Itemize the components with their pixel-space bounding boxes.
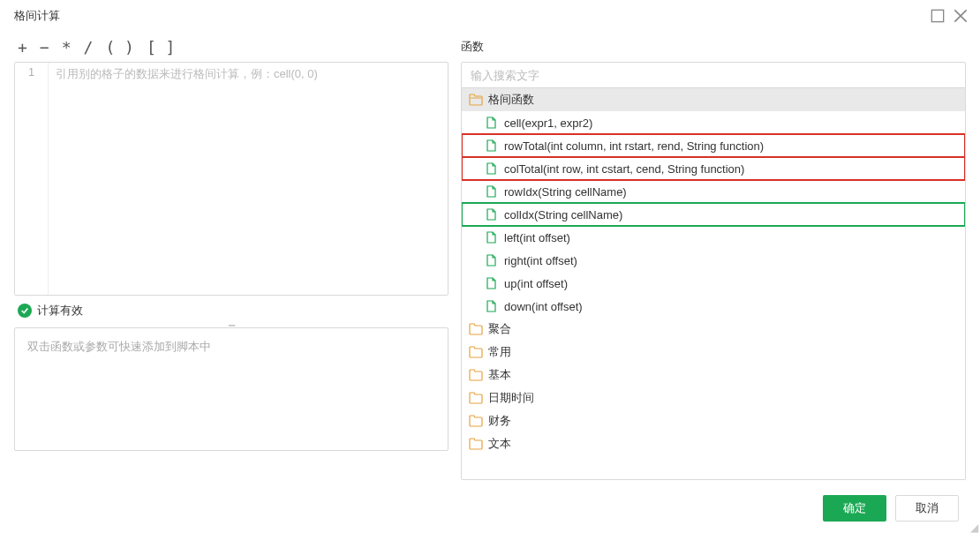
- op-bracket[interactable]: [ ]: [147, 38, 176, 56]
- tree-label: 文本: [488, 436, 511, 452]
- folder-icon: [469, 415, 483, 427]
- functions-title: 函数: [461, 32, 966, 62]
- cancel-button[interactable]: 取消: [895, 495, 959, 522]
- left-column: + − * / ( ) [ ] 1 引用别的格子的数据来进行格间计算，例：cel…: [14, 32, 449, 480]
- operator-toolbar: + − * / ( ) [ ]: [14, 32, 449, 62]
- tree-folder[interactable]: 常用: [462, 341, 965, 364]
- file-icon: [485, 300, 499, 312]
- tree-folder[interactable]: 格间函数: [462, 88, 965, 111]
- folder-icon: [469, 369, 483, 381]
- tree-label: cell(expr1, expr2): [504, 116, 592, 130]
- tree-item[interactable]: cell(expr1, expr2): [462, 111, 965, 134]
- tree-label: left(int offset): [504, 231, 570, 244]
- check-icon: [18, 304, 32, 318]
- ok-button[interactable]: 确定: [823, 495, 886, 522]
- search-input[interactable]: [461, 62, 966, 88]
- tree-folder[interactable]: 财务: [462, 409, 965, 432]
- tree-folder[interactable]: 聚合: [462, 318, 965, 341]
- folder-icon: [469, 392, 483, 404]
- tree-label: 基本: [488, 367, 511, 383]
- tree-label: 常用: [488, 344, 511, 360]
- tree-label: right(int offset): [504, 254, 577, 267]
- svg-rect-0: [931, 10, 943, 21]
- hint-text: 双击函数或参数可快速添加到脚本中: [27, 340, 211, 353]
- code-editor[interactable]: 1 引用别的格子的数据来进行格间计算，例：cell(0, 0): [14, 62, 449, 296]
- folder-icon: [469, 438, 483, 450]
- tree-label: rowIdx(String cellName): [504, 185, 627, 199]
- file-icon: [485, 277, 499, 289]
- tree-label: rowTotal(int column, int rstart, rend, S…: [504, 139, 764, 153]
- op-paren[interactable]: ( ): [105, 38, 134, 56]
- titlebar: 格间计算: [0, 0, 980, 32]
- body: + − * / ( ) [ ] 1 引用别的格子的数据来进行格间计算，例：cel…: [0, 32, 980, 480]
- tree-folder[interactable]: 日期时间: [462, 387, 965, 409]
- window-title: 格间计算: [14, 8, 60, 24]
- tree-label: up(int offset): [504, 277, 568, 290]
- file-icon: [485, 139, 499, 152]
- op-slash[interactable]: /: [84, 38, 94, 56]
- tree-label: 日期时间: [488, 390, 534, 406]
- tree-item[interactable]: rowTotal(int column, int rstart, rend, S…: [462, 134, 965, 157]
- function-tree[interactable]: 格间函数cell(expr1, expr2)rowTotal(int colum…: [461, 88, 966, 480]
- right-column: 函数 格间函数cell(expr1, expr2)rowTotal(int co…: [461, 32, 966, 480]
- status-label: 计算有效: [37, 303, 83, 319]
- tree-folder[interactable]: 基本: [462, 364, 965, 387]
- op-star[interactable]: *: [62, 38, 72, 56]
- tree-label: colIdx(String cellName): [504, 208, 622, 221]
- footer: 确定 取消: [0, 484, 980, 533]
- tree-label: 格间函数: [488, 92, 534, 108]
- tree-item[interactable]: up(int offset): [462, 272, 965, 295]
- editor-gutter: 1: [15, 63, 49, 295]
- op-minus[interactable]: −: [40, 38, 49, 56]
- tree-item[interactable]: colTotal(int row, int cstart, cend, Stri…: [462, 157, 965, 180]
- folder-icon: [469, 94, 483, 106]
- file-icon: [485, 185, 499, 198]
- tree-item[interactable]: right(int offset): [462, 249, 965, 272]
- resize-grip[interactable]: ◢: [970, 524, 978, 531]
- line-number: 1: [15, 66, 48, 79]
- tree-folder[interactable]: 文本: [462, 432, 965, 455]
- tree-item[interactable]: left(int offset): [462, 226, 965, 249]
- folder-icon: [469, 323, 483, 335]
- file-icon: [485, 208, 499, 221]
- file-icon: [485, 162, 499, 175]
- tree-label: 聚合: [488, 321, 511, 337]
- file-icon: [485, 231, 499, 244]
- tree-label: colTotal(int row, int cstart, cend, Stri…: [504, 162, 744, 176]
- folder-icon: [469, 346, 483, 358]
- file-icon: [485, 254, 499, 266]
- tree-label: down(int offset): [504, 300, 583, 313]
- tree-item[interactable]: colIdx(String cellName): [462, 203, 965, 226]
- tree-label: 财务: [488, 413, 511, 429]
- tree-item[interactable]: down(int offset): [462, 295, 965, 318]
- tree-item[interactable]: rowIdx(String cellName): [462, 180, 965, 203]
- file-icon: [485, 116, 499, 129]
- maximize-button[interactable]: [931, 9, 945, 23]
- window-controls: [931, 9, 968, 23]
- hint-box: 双击函数或参数可快速添加到脚本中: [14, 327, 449, 451]
- close-button[interactable]: [954, 9, 968, 23]
- editor-content[interactable]: 引用别的格子的数据来进行格间计算，例：cell(0, 0): [49, 63, 448, 295]
- op-plus[interactable]: +: [18, 38, 27, 56]
